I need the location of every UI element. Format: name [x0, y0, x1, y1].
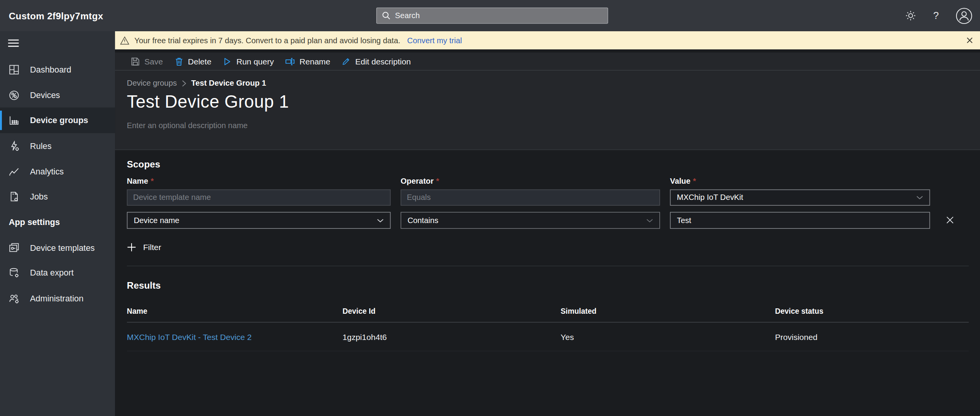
- device-name-dropdown[interactable]: Device name: [127, 212, 391, 229]
- main-zone: Scopes Name* Operator* Value* MXChip IoT…: [115, 150, 980, 416]
- topbar: Custom 2f9lpy7mtgx ?: [0, 0, 980, 31]
- column-header-device-status[interactable]: Device status: [775, 307, 969, 316]
- edit-description-button[interactable]: Edit description: [341, 57, 411, 66]
- app-title: Custom 2f9lpy7mtgx: [9, 10, 103, 21]
- scopes-labels-row: Name* Operator* Value*: [127, 177, 969, 186]
- hamburger-menu-icon[interactable]: [7, 37, 115, 49]
- command-toolbar: Save Delete Run qu: [115, 52, 980, 71]
- sidebar-item-device-groups[interactable]: Device groups: [0, 108, 115, 133]
- scopes-heading: Scopes: [127, 159, 969, 169]
- sidebar-item-label: Rules: [30, 141, 52, 151]
- delete-button[interactable]: Delete: [174, 57, 211, 66]
- sidebar-item-label: Devices: [30, 90, 60, 100]
- sidebar-item-rules[interactable]: Rules: [0, 133, 115, 159]
- name-field[interactable]: [127, 189, 391, 206]
- topbar-actions: ?: [905, 0, 973, 31]
- simulated-cell: Yes: [561, 333, 775, 342]
- rename-button[interactable]: Rename: [285, 57, 330, 66]
- pencil-icon: [341, 57, 351, 66]
- sidebar-item-device-templates[interactable]: Device templates: [0, 235, 115, 260]
- filter-label: Filter: [143, 243, 161, 252]
- operator-label: Operator*: [400, 177, 660, 186]
- required-marker: *: [150, 177, 154, 186]
- run-query-button[interactable]: Run query: [223, 57, 274, 66]
- sidebar-item-administration[interactable]: Administration: [0, 286, 115, 311]
- trash-icon: [174, 57, 183, 66]
- rename-label: Rename: [299, 57, 330, 66]
- rules-icon: [9, 140, 20, 151]
- data-export-icon: [9, 268, 20, 279]
- convert-trial-link[interactable]: Convert my trial: [407, 36, 462, 45]
- edit-description-label: Edit description: [355, 57, 411, 66]
- operator-input[interactable]: [401, 193, 659, 202]
- banner-message: Your free trial expires in 7 days. Conve…: [134, 36, 400, 45]
- page-title: Test Device Group 1: [127, 92, 980, 112]
- breadcrumb-chevron-icon: [182, 80, 186, 87]
- account-icon[interactable]: [956, 7, 973, 24]
- breadcrumb: Device groups Test Device Group 1: [127, 79, 980, 88]
- scopes-row-1: MXChip IoT DevKit: [127, 189, 969, 206]
- contains-dropdown[interactable]: Contains: [400, 212, 660, 229]
- column-header-name[interactable]: Name: [127, 307, 343, 316]
- sidebar-item-label: Data export: [30, 268, 74, 277]
- scope-value-field[interactable]: [670, 212, 930, 229]
- sidebar: Dashboard Devices: [0, 31, 115, 416]
- divider: [127, 265, 969, 266]
- delete-label: Delete: [188, 57, 211, 66]
- breadcrumb-device-groups[interactable]: Device groups: [127, 79, 177, 88]
- results-heading: Results: [127, 280, 969, 291]
- save-label: Save: [144, 57, 163, 66]
- chevron-down-icon: [916, 196, 923, 200]
- sidebar-item-label: Device groups: [30, 116, 88, 125]
- sidebar-item-jobs[interactable]: Jobs: [0, 184, 115, 210]
- analytics-icon: [9, 166, 20, 177]
- table-row[interactable]: MXChip IoT DevKit - Test Device 2 1gzpi1…: [127, 323, 969, 352]
- operator-field[interactable]: [400, 189, 660, 206]
- value-dropdown[interactable]: MXChip IoT DevKit: [670, 189, 930, 206]
- device-link[interactable]: MXChip IoT DevKit - Test Device 2: [127, 333, 343, 342]
- value-label: Value*: [670, 177, 930, 186]
- results-table-header: Name Device Id Simulated Device status: [127, 307, 969, 322]
- required-marker: *: [693, 177, 696, 186]
- sidebar-nav: Dashboard Devices: [0, 57, 115, 311]
- description-placeholder[interactable]: Enter an optional description name: [127, 121, 980, 130]
- chevron-down-icon: [646, 218, 653, 222]
- chevron-down-icon: [377, 218, 384, 222]
- sidebar-item-devices[interactable]: Devices: [0, 82, 115, 108]
- banner-close-icon[interactable]: [966, 37, 973, 44]
- sidebar-item-analytics[interactable]: Analytics: [0, 159, 115, 184]
- scopes-row-2: Device name Contains: [127, 212, 969, 229]
- sidebar-section-app-settings: App settings: [0, 210, 115, 235]
- dashboard-icon: [9, 64, 20, 75]
- page-header: Device groups Test Device Group 1 Test D…: [115, 71, 980, 150]
- device-id-cell: 1gzpi1oh4t6: [343, 333, 561, 342]
- plus-icon: [127, 243, 136, 252]
- gear-icon[interactable]: [905, 10, 916, 21]
- device-templates-icon: [9, 242, 20, 253]
- value-dropdown-text: MXChip IoT DevKit: [677, 193, 743, 202]
- app-window: Custom 2f9lpy7mtgx ?: [0, 0, 980, 416]
- search-input[interactable]: [395, 11, 583, 20]
- sidebar-item-dashboard[interactable]: Dashboard: [0, 57, 115, 82]
- column-header-simulated[interactable]: Simulated: [561, 307, 775, 316]
- name-input[interactable]: [127, 193, 390, 202]
- search-box[interactable]: [376, 7, 608, 24]
- sidebar-item-label: Jobs: [30, 192, 48, 201]
- administration-icon: [9, 293, 20, 304]
- device-status-cell: Provisioned: [775, 333, 969, 342]
- add-filter-button[interactable]: Filter: [127, 243, 177, 252]
- save-button[interactable]: Save: [131, 57, 163, 66]
- warning-icon: [120, 36, 129, 45]
- column-header-device-id[interactable]: Device Id: [343, 307, 561, 316]
- name-label: Name*: [127, 177, 391, 186]
- help-icon[interactable]: ?: [933, 10, 939, 21]
- device-name-dropdown-text: Device name: [134, 216, 179, 225]
- jobs-icon: [9, 191, 20, 202]
- breadcrumb-current: Test Device Group 1: [191, 79, 266, 88]
- scope-value-input[interactable]: [671, 216, 929, 225]
- search-icon: [382, 11, 391, 20]
- clear-scope-icon[interactable]: [946, 216, 955, 225]
- devices-icon: [9, 90, 20, 101]
- sidebar-item-data-export[interactable]: Data export: [0, 260, 115, 286]
- sidebar-item-label: Administration: [30, 294, 84, 303]
